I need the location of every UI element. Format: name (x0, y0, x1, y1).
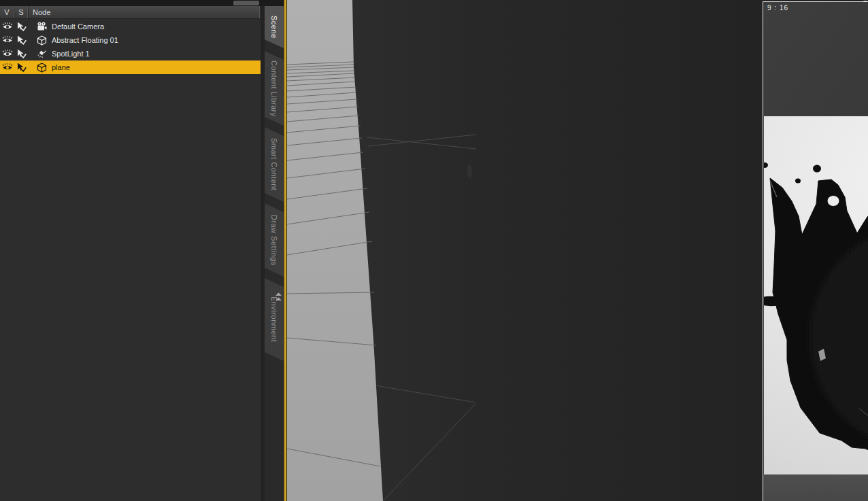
cursor-check-icon[interactable] (14, 35, 29, 45)
render-plane (764, 116, 868, 474)
scene-node-label: plane (52, 63, 70, 71)
aspect-frame: 9 : 16 (763, 1, 868, 501)
scene-node-list: Default Camera Abstract Floating 01 (0, 20, 261, 74)
frame-lower-area (763, 474, 868, 501)
eye-icon[interactable] (0, 22, 14, 31)
tab-scene[interactable]: Scene (265, 6, 284, 48)
cube-icon (36, 35, 48, 46)
scene-node-label: Default Camera (52, 22, 104, 31)
side-tab-rail: Scene Content Library Smart Content Draw… (265, 6, 284, 501)
spotlight-icon (36, 49, 48, 58)
scene-node-row-plane[interactable]: plane (0, 61, 261, 74)
pane-drag-grip[interactable] (233, 1, 259, 5)
camera-icon (36, 22, 48, 31)
scene-node-label: Abstract Floating 01 (52, 36, 118, 44)
scene-node-row-abstract-floating[interactable]: Abstract Floating 01 (0, 33, 261, 47)
pane-top-strip (0, 0, 287, 6)
column-header-selectable[interactable]: S (14, 6, 29, 18)
tab-smart-content[interactable]: Smart Content (265, 127, 284, 202)
ink-splash (764, 116, 868, 474)
eye-icon[interactable] (0, 36, 14, 44)
aspect-frame-label: 9 : 16 (767, 4, 788, 12)
tab-draw-settings[interactable]: Draw Settings (265, 203, 284, 277)
cursor-check-icon[interactable] (14, 49, 29, 58)
double-chevron-up-icon[interactable] (274, 291, 283, 301)
scene-node-label: SpotLight 1 (52, 50, 90, 58)
scene-tree-header: V S Node (0, 6, 261, 19)
scene-node-row-default-camera[interactable]: Default Camera (0, 20, 261, 33)
tab-content-library[interactable]: Content Library (265, 51, 284, 126)
viewport-3d[interactable]: 9 : 16 (287, 0, 868, 501)
column-header-node[interactable]: Node (29, 6, 261, 18)
daz-studio-window: V S Node Default Camera (0, 0, 868, 501)
cursor-check-icon[interactable] (14, 63, 29, 72)
scene-pane: V S Node Default Camera (0, 0, 287, 501)
eye-icon[interactable] (0, 63, 14, 71)
scene-tree: V S Node Default Camera (0, 6, 261, 501)
eye-icon[interactable] (0, 50, 14, 58)
cube-icon (36, 63, 48, 73)
column-header-visibility[interactable]: V (0, 6, 14, 18)
scene-node-row-spotlight[interactable]: SpotLight 1 (0, 47, 261, 61)
cursor-check-icon[interactable] (14, 22, 29, 31)
